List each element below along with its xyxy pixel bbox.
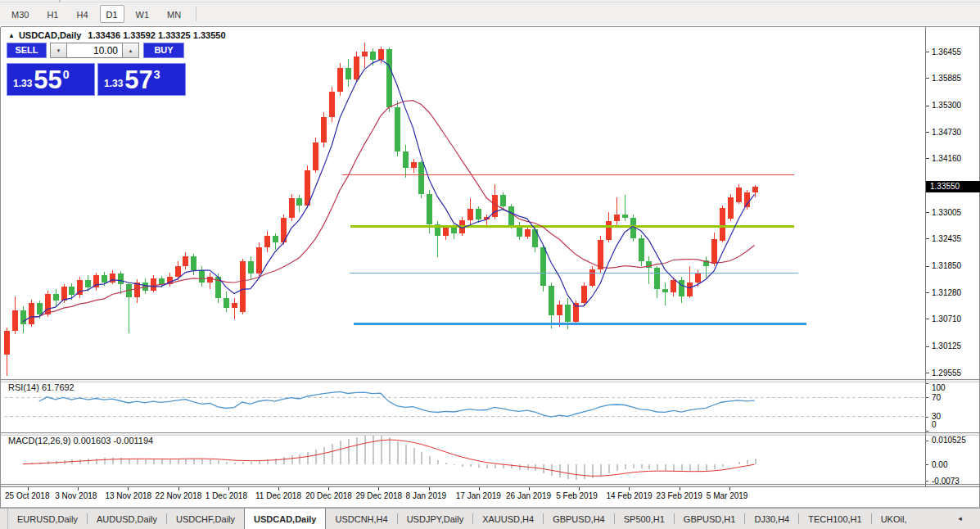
tab-sp500-h1[interactable]: SP500,H1 xyxy=(615,509,674,529)
svg-text:11 Dec 2018: 11 Dec 2018 xyxy=(255,491,301,500)
sell-price-prefix: 1.33 xyxy=(13,78,32,89)
sell-price-panel[interactable]: 1.33 55 0 xyxy=(7,63,95,96)
tab-dj30-h4[interactable]: DJ30,H4 xyxy=(745,509,798,529)
buy-price-pip: 3 xyxy=(154,68,160,81)
volume-increase-icon[interactable]: ▲ xyxy=(122,43,139,58)
svg-text:1.32435: 1.32435 xyxy=(932,234,962,243)
rsi-indicator-label: RSI(14) 61.7692 xyxy=(8,382,75,392)
tabbar-edge xyxy=(0,509,8,529)
svg-text:1.33005: 1.33005 xyxy=(932,208,962,217)
axis-labels: 1.364551.358851.353001.347301.341601.330… xyxy=(5,47,966,501)
svg-text:1.30710: 1.30710 xyxy=(932,314,962,323)
tab-tech100-h1[interactable]: TECH100,H1 xyxy=(799,509,870,529)
timeframe-button-h1[interactable]: H1 xyxy=(40,5,65,23)
svg-text:26 Jan 2019: 26 Jan 2019 xyxy=(506,491,551,500)
tab-gbpusd-h1[interactable]: GBPUSD,H1 xyxy=(675,509,745,529)
buy-button[interactable]: BUY xyxy=(143,43,184,58)
sell-price-pip: 0 xyxy=(63,68,70,81)
buy-price-panel[interactable]: 1.33 57 3 xyxy=(97,63,186,96)
svg-text:1.35300: 1.35300 xyxy=(932,101,962,110)
rsi-value: 61.7692 xyxy=(42,382,75,392)
svg-text:25 Oct 2018: 25 Oct 2018 xyxy=(5,491,50,500)
timeframe-button-h4[interactable]: H4 xyxy=(70,5,94,23)
svg-text:-0.0073: -0.0073 xyxy=(932,477,960,486)
svg-text:3 Nov 2018: 3 Nov 2018 xyxy=(55,491,97,500)
tab-usdchf-daily[interactable]: USDCHF,Daily xyxy=(167,509,244,529)
chart-symbol-label: USDCAD,Daily xyxy=(19,30,81,40)
volume-decrease-icon[interactable]: ▼ xyxy=(50,43,67,58)
tab-ukoil[interactable]: UKOil, xyxy=(872,509,916,529)
timeframe-button-m30[interactable]: M30 xyxy=(5,5,35,23)
chart-window: 1.364551.358851.353001.347301.341601.330… xyxy=(0,25,980,508)
svg-text:22 Nov 2018: 22 Nov 2018 xyxy=(156,491,202,500)
svg-text:1.29555: 1.29555 xyxy=(932,368,962,378)
tab-audusd-daily[interactable]: AUDUSD,Daily xyxy=(88,509,166,529)
tab-usdjpy-daily[interactable]: USDJPY,Daily xyxy=(398,509,473,529)
chart-title: ▲USDCAD,Daily1.33436 1.33592 1.33325 1.3… xyxy=(8,30,226,40)
svg-text:5 Mar 2019: 5 Mar 2019 xyxy=(707,491,748,500)
tab-scroll-buttons: ◂ xyxy=(954,511,978,526)
svg-text:1.30125: 1.30125 xyxy=(932,341,962,350)
svg-text:1.36455: 1.36455 xyxy=(932,47,962,57)
buy-price-prefix: 1.33 xyxy=(104,78,123,89)
svg-text:1.34730: 1.34730 xyxy=(932,128,962,137)
svg-text:1.31850: 1.31850 xyxy=(932,261,962,270)
svg-text:20 Dec 2018: 20 Dec 2018 xyxy=(305,491,352,500)
svg-text:1.35885: 1.35885 xyxy=(932,74,962,83)
svg-text:0.010525: 0.010525 xyxy=(932,436,966,445)
svg-text:1.34160: 1.34160 xyxy=(932,154,962,163)
tab-xauusd-h4[interactable]: XAUUSD,H4 xyxy=(473,509,543,529)
tab-eurusd-daily[interactable]: EURUSD,Daily xyxy=(8,509,87,529)
macd-indicator-label: MACD(12,26,9) 0.001603 -0.001194 xyxy=(8,436,153,445)
svg-text:1 Dec 2018: 1 Dec 2018 xyxy=(205,491,248,500)
svg-text:100: 100 xyxy=(932,383,946,392)
collapse-icon[interactable]: ▲ xyxy=(8,32,15,39)
svg-text:70: 70 xyxy=(932,393,942,402)
chart-ohlc-values: 1.33436 1.33592 1.33325 1.33550 xyxy=(88,30,225,40)
tab-scroll-right-icon[interactable] xyxy=(966,511,978,526)
toolbar-separator xyxy=(196,7,196,21)
svg-text:13 Nov 2018: 13 Nov 2018 xyxy=(105,491,151,500)
buy-price-big: 57 xyxy=(124,68,152,93)
timeframe-button-w1[interactable]: W1 xyxy=(129,5,156,23)
tab-gbpusd-h4[interactable]: GBPUSD,H4 xyxy=(544,509,614,529)
svg-text:14 Feb 2019: 14 Feb 2019 xyxy=(606,491,653,500)
upper-toolbar-sliver xyxy=(0,0,980,2)
svg-text:5 Feb 2019: 5 Feb 2019 xyxy=(556,491,598,500)
svg-text:0.00: 0.00 xyxy=(932,460,948,469)
svg-text:0: 0 xyxy=(932,420,937,429)
symbol-tab-bar: EURUSD,Daily AUDUSD,Daily USDCHF,Daily U… xyxy=(0,508,980,529)
timeframe-toolbar: M30 H1 H4 D1 W1 MN xyxy=(0,3,980,25)
timeframe-button-d1[interactable]: D1 xyxy=(100,5,124,23)
svg-text:17 Jan 2019: 17 Jan 2019 xyxy=(456,491,501,500)
svg-text:1.31280: 1.31280 xyxy=(932,288,962,297)
sell-price-big: 55 xyxy=(34,68,61,93)
one-click-trading-panel: SELL ▼ 10.00 ▲ BUY 1.33 55 0 1.33 57 3 xyxy=(7,43,188,97)
svg-text:8 Jan 2019: 8 Jan 2019 xyxy=(406,491,447,500)
macd-values: 0.001603 -0.001194 xyxy=(73,436,153,445)
tab-usdcad-daily[interactable]: USDCAD,Daily xyxy=(244,508,326,529)
svg-text:23 Feb 2019: 23 Feb 2019 xyxy=(657,491,703,500)
timeframe-button-mn[interactable]: MN xyxy=(160,5,187,23)
toolbar-divider xyxy=(59,0,61,2)
rsi-panel-layer xyxy=(4,391,925,417)
tab-scroll-left-icon[interactable]: ◂ xyxy=(954,511,966,526)
sell-button[interactable]: SELL xyxy=(7,43,47,58)
svg-text:29 Dec 2018: 29 Dec 2018 xyxy=(355,491,402,500)
tab-usdcnh-h4[interactable]: USDCNH,H4 xyxy=(326,509,396,529)
volume-input[interactable]: 10.00 xyxy=(67,43,122,58)
current-price-badge: 1.33550 xyxy=(926,181,980,192)
